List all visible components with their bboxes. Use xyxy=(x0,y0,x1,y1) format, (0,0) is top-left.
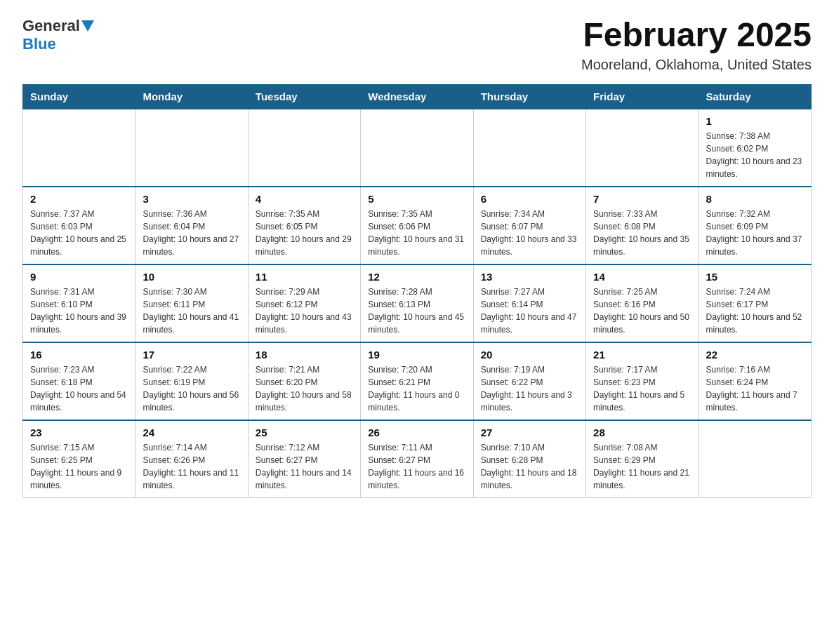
calendar-cell xyxy=(586,109,699,187)
day-number: 1 xyxy=(706,115,804,127)
day-number: 27 xyxy=(481,427,578,438)
calendar-cell xyxy=(23,109,135,187)
calendar-week-row: 1Sunrise: 7:38 AM Sunset: 6:02 PM Daylig… xyxy=(23,109,812,187)
calendar-cell xyxy=(248,109,360,187)
calendar-cell: 11Sunrise: 7:29 AM Sunset: 6:12 PM Dayli… xyxy=(248,264,360,342)
calendar-cell: 7Sunrise: 7:33 AM Sunset: 6:08 PM Daylig… xyxy=(586,187,699,264)
day-info: Sunrise: 7:37 AM Sunset: 6:03 PM Dayligh… xyxy=(30,208,128,258)
day-number: 16 xyxy=(30,349,128,361)
day-number: 28 xyxy=(593,427,691,438)
calendar-body: 1Sunrise: 7:38 AM Sunset: 6:02 PM Daylig… xyxy=(23,109,812,498)
day-number: 4 xyxy=(256,193,353,205)
day-info: Sunrise: 7:29 AM Sunset: 6:12 PM Dayligh… xyxy=(256,286,353,336)
calendar-cell: 17Sunrise: 7:22 AM Sunset: 6:19 PM Dayli… xyxy=(135,342,248,420)
day-info: Sunrise: 7:21 AM Sunset: 6:20 PM Dayligh… xyxy=(256,363,353,414)
day-number: 8 xyxy=(706,193,804,205)
day-number: 9 xyxy=(30,271,128,283)
day-info: Sunrise: 7:31 AM Sunset: 6:10 PM Dayligh… xyxy=(30,286,128,336)
day-info: Sunrise: 7:34 AM Sunset: 6:07 PM Dayligh… xyxy=(481,208,578,258)
day-number: 23 xyxy=(30,427,128,438)
day-number: 5 xyxy=(368,193,465,205)
day-info: Sunrise: 7:11 AM Sunset: 6:27 PM Dayligh… xyxy=(368,441,465,492)
month-title: February 2025 xyxy=(581,17,812,54)
day-number: 18 xyxy=(256,349,353,361)
day-number: 3 xyxy=(143,193,240,205)
day-info: Sunrise: 7:12 AM Sunset: 6:27 PM Dayligh… xyxy=(256,441,353,492)
day-number: 6 xyxy=(481,193,578,205)
calendar-cell xyxy=(473,109,585,187)
calendar-cell: 20Sunrise: 7:19 AM Sunset: 6:22 PM Dayli… xyxy=(473,342,585,420)
svg-marker-0 xyxy=(81,20,94,32)
calendar-cell: 14Sunrise: 7:25 AM Sunset: 6:16 PM Dayli… xyxy=(586,264,699,342)
calendar-cell: 8Sunrise: 7:32 AM Sunset: 6:09 PM Daylig… xyxy=(699,187,811,264)
calendar-cell: 3Sunrise: 7:36 AM Sunset: 6:04 PM Daylig… xyxy=(135,187,248,264)
day-info: Sunrise: 7:16 AM Sunset: 6:24 PM Dayligh… xyxy=(706,363,804,414)
day-info: Sunrise: 7:22 AM Sunset: 6:19 PM Dayligh… xyxy=(143,363,240,414)
day-info: Sunrise: 7:08 AM Sunset: 6:29 PM Dayligh… xyxy=(593,441,691,492)
day-header-monday: Monday xyxy=(135,84,248,109)
day-info: Sunrise: 7:14 AM Sunset: 6:26 PM Dayligh… xyxy=(143,441,240,492)
logo-triangle-icon xyxy=(81,20,94,33)
calendar-table: SundayMondayTuesdayWednesdayThursdayFrid… xyxy=(22,84,812,498)
day-number: 20 xyxy=(481,349,578,361)
calendar-cell: 18Sunrise: 7:21 AM Sunset: 6:20 PM Dayli… xyxy=(248,342,360,420)
title-area: February 2025 Mooreland, Oklahoma, Unite… xyxy=(581,17,812,73)
day-number: 17 xyxy=(143,349,240,361)
calendar-cell: 21Sunrise: 7:17 AM Sunset: 6:23 PM Dayli… xyxy=(586,342,699,420)
day-number: 10 xyxy=(143,271,240,283)
day-info: Sunrise: 7:30 AM Sunset: 6:11 PM Dayligh… xyxy=(143,286,240,336)
calendar-cell: 26Sunrise: 7:11 AM Sunset: 6:27 PM Dayli… xyxy=(361,420,473,498)
day-info: Sunrise: 7:35 AM Sunset: 6:06 PM Dayligh… xyxy=(368,208,465,258)
calendar-cell: 25Sunrise: 7:12 AM Sunset: 6:27 PM Dayli… xyxy=(248,420,360,498)
calendar-cell: 19Sunrise: 7:20 AM Sunset: 6:21 PM Dayli… xyxy=(361,342,473,420)
calendar-cell: 23Sunrise: 7:15 AM Sunset: 6:25 PM Dayli… xyxy=(23,420,135,498)
calendar-cell: 15Sunrise: 7:24 AM Sunset: 6:17 PM Dayli… xyxy=(699,264,811,342)
calendar-cell xyxy=(361,109,473,187)
day-number: 7 xyxy=(593,193,691,205)
calendar-cell: 6Sunrise: 7:34 AM Sunset: 6:07 PM Daylig… xyxy=(473,187,585,264)
day-header-tuesday: Tuesday xyxy=(248,84,360,109)
calendar-cell: 12Sunrise: 7:28 AM Sunset: 6:13 PM Dayli… xyxy=(361,264,473,342)
day-number: 21 xyxy=(593,349,691,361)
calendar-week-row: 2Sunrise: 7:37 AM Sunset: 6:03 PM Daylig… xyxy=(23,187,812,264)
calendar-cell: 13Sunrise: 7:27 AM Sunset: 6:14 PM Dayli… xyxy=(473,264,585,342)
calendar-cell xyxy=(699,420,811,498)
day-header-sunday: Sunday xyxy=(23,84,135,109)
day-number: 22 xyxy=(706,349,804,361)
day-number: 25 xyxy=(256,427,353,438)
calendar-week-row: 16Sunrise: 7:23 AM Sunset: 6:18 PM Dayli… xyxy=(23,342,812,420)
calendar-cell xyxy=(135,109,248,187)
day-number: 2 xyxy=(30,193,128,205)
day-info: Sunrise: 7:24 AM Sunset: 6:17 PM Dayligh… xyxy=(706,286,804,336)
calendar-cell: 1Sunrise: 7:38 AM Sunset: 6:02 PM Daylig… xyxy=(699,109,811,187)
day-number: 14 xyxy=(593,271,691,283)
day-info: Sunrise: 7:32 AM Sunset: 6:09 PM Dayligh… xyxy=(706,208,804,258)
day-info: Sunrise: 7:10 AM Sunset: 6:28 PM Dayligh… xyxy=(481,441,578,492)
day-info: Sunrise: 7:25 AM Sunset: 6:16 PM Dayligh… xyxy=(593,286,691,336)
logo: General Blue xyxy=(22,17,94,53)
day-info: Sunrise: 7:28 AM Sunset: 6:13 PM Dayligh… xyxy=(368,286,465,336)
day-number: 12 xyxy=(368,271,465,283)
day-number: 26 xyxy=(368,427,465,438)
day-info: Sunrise: 7:35 AM Sunset: 6:05 PM Dayligh… xyxy=(256,208,353,258)
calendar-header: SundayMondayTuesdayWednesdayThursdayFrid… xyxy=(23,84,812,109)
day-header-wednesday: Wednesday xyxy=(361,84,473,109)
day-info: Sunrise: 7:20 AM Sunset: 6:21 PM Dayligh… xyxy=(368,363,465,414)
day-number: 11 xyxy=(256,271,353,283)
day-info: Sunrise: 7:36 AM Sunset: 6:04 PM Dayligh… xyxy=(143,208,240,258)
day-number: 19 xyxy=(368,349,465,361)
day-info: Sunrise: 7:15 AM Sunset: 6:25 PM Dayligh… xyxy=(30,441,128,492)
day-info: Sunrise: 7:38 AM Sunset: 6:02 PM Dayligh… xyxy=(706,130,804,180)
calendar-cell: 9Sunrise: 7:31 AM Sunset: 6:10 PM Daylig… xyxy=(23,264,135,342)
logo-general-text: General xyxy=(22,17,80,35)
day-header-friday: Friday xyxy=(586,84,699,109)
day-header-thursday: Thursday xyxy=(473,84,585,109)
location-subtitle: Mooreland, Oklahoma, United States xyxy=(581,57,812,73)
calendar-cell: 27Sunrise: 7:10 AM Sunset: 6:28 PM Dayli… xyxy=(473,420,585,498)
logo-blue-text: Blue xyxy=(22,35,56,53)
day-header-saturday: Saturday xyxy=(699,84,811,109)
day-info: Sunrise: 7:33 AM Sunset: 6:08 PM Dayligh… xyxy=(593,208,691,258)
calendar-cell: 4Sunrise: 7:35 AM Sunset: 6:05 PM Daylig… xyxy=(248,187,360,264)
day-info: Sunrise: 7:17 AM Sunset: 6:23 PM Dayligh… xyxy=(593,363,691,414)
calendar-cell: 24Sunrise: 7:14 AM Sunset: 6:26 PM Dayli… xyxy=(135,420,248,498)
